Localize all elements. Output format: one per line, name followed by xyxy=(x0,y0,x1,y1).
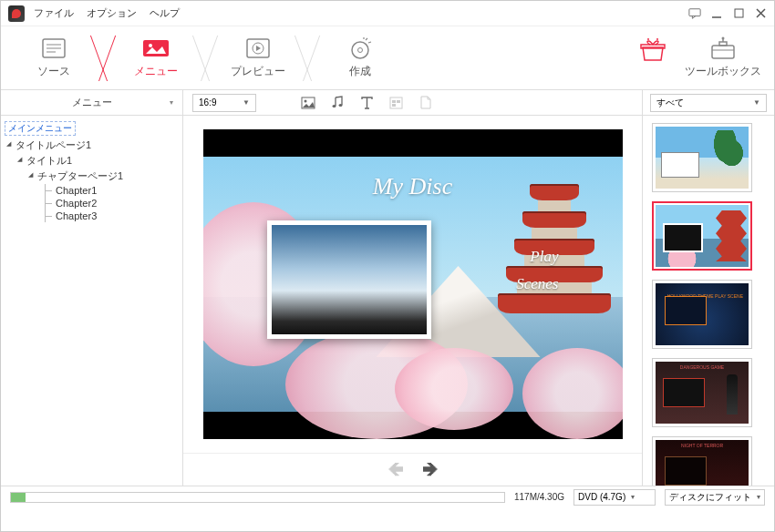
chevron-sep xyxy=(94,26,116,90)
svg-rect-7 xyxy=(143,40,169,56)
template-list[interactable]: HOLLYWOOD THEME PLAY SCENE DANGEROUS GAM… xyxy=(642,116,774,486)
toolbox-label: ツールボックス xyxy=(685,64,761,79)
tree-caption: メインメニュー xyxy=(5,121,76,136)
disc-title-text[interactable]: My Disc xyxy=(373,173,452,200)
play-button-text[interactable]: Play xyxy=(530,248,558,266)
template-item[interactable] xyxy=(652,123,752,192)
chapter-tool-icon[interactable] xyxy=(388,95,404,111)
page-tool-icon[interactable] xyxy=(417,95,433,111)
chevron-down-icon: ▼ xyxy=(753,98,760,107)
svg-rect-25 xyxy=(390,97,402,108)
menu-bar: ファイル オプション ヘルプ xyxy=(34,6,180,20)
disc-usage-text: 117M/4.30G xyxy=(514,492,564,502)
gift-icon xyxy=(639,36,666,62)
svg-point-22 xyxy=(305,99,307,102)
svg-point-12 xyxy=(358,48,363,53)
svg-rect-16 xyxy=(712,46,734,58)
status-bar: 117M/4.30G DVD (4.7G) ディスクにフィット xyxy=(1,486,774,507)
tree-chapter[interactable]: Chapter2 xyxy=(37,197,179,210)
scenes-button-text[interactable]: Scenes xyxy=(516,275,558,293)
minimize-button[interactable] xyxy=(710,7,723,20)
template-filter-value: すべて xyxy=(656,97,684,109)
step-source-label: ソース xyxy=(37,64,70,79)
step-create[interactable]: 作成 xyxy=(320,26,400,90)
template-filter-select[interactable]: すべて ▼ xyxy=(650,94,767,112)
disc-usage-bar xyxy=(10,492,505,503)
chevron-down-icon: ▼ xyxy=(243,98,250,107)
main-toolbar: ソース メニュー プレビュー 作成 ツールボックス xyxy=(1,26,774,90)
toolbox-icon xyxy=(709,36,737,60)
template-item[interactable]: HOLLYWOOD THEME PLAY SCENE xyxy=(652,280,752,349)
svg-point-23 xyxy=(333,105,336,107)
svg-rect-27 xyxy=(397,100,400,103)
svg-rect-26 xyxy=(392,100,396,103)
aspect-ratio-select[interactable]: 16:9 ▼ xyxy=(192,94,256,112)
tree-chapter-page[interactable]: チャプターページ1 xyxy=(26,169,179,184)
app-icon xyxy=(8,5,25,22)
step-preview-label: プレビュー xyxy=(231,64,285,79)
menu-tree-pane: メインメニュー タイトルページ1 タイトル1 チャプターページ1 Chapter… xyxy=(1,116,183,486)
svg-point-11 xyxy=(352,42,368,58)
svg-rect-18 xyxy=(719,42,727,46)
tree-chapter[interactable]: Chapter3 xyxy=(37,210,179,222)
disc-type-value: DVD (4.7G) xyxy=(578,492,625,502)
svg-point-24 xyxy=(339,104,343,107)
next-page-arrow[interactable]: 🡺 xyxy=(422,460,439,479)
tree-header-label: メニュー xyxy=(72,96,112,109)
template-item[interactable]: DANGEROUS GAME xyxy=(652,358,752,427)
create-icon xyxy=(346,36,374,60)
main-area: メインメニュー タイトルページ1 タイトル1 チャプターページ1 Chapter… xyxy=(1,116,774,486)
step-create-label: 作成 xyxy=(349,64,371,79)
chevron-sep xyxy=(298,26,320,90)
maximize-button[interactable] xyxy=(732,7,745,20)
disc-type-select[interactable]: DVD (4.7G) xyxy=(574,489,656,506)
svg-rect-13 xyxy=(641,45,665,48)
close-button[interactable] xyxy=(754,7,767,20)
sub-toolbar: メニュー 16:9 ▼ すべて ▼ xyxy=(1,90,774,116)
tree-chapter[interactable]: Chapter1 xyxy=(37,184,179,197)
bg-blossom xyxy=(522,348,623,439)
svg-rect-2 xyxy=(735,9,743,17)
fit-mode-value: ディスクにフィット xyxy=(669,491,751,504)
svg-point-20 xyxy=(722,37,725,40)
tree-header-dropdown[interactable]: メニュー xyxy=(1,90,183,115)
svg-rect-0 xyxy=(689,8,700,15)
fit-mode-select[interactable]: ディスクにフィット xyxy=(665,489,765,506)
svg-point-15 xyxy=(656,38,658,40)
gift-button[interactable] xyxy=(639,36,666,79)
step-preview[interactable]: プレビュー xyxy=(218,26,298,90)
menu-help[interactable]: ヘルプ xyxy=(150,6,180,20)
menu-icon xyxy=(142,36,170,60)
svg-point-14 xyxy=(647,38,649,40)
tree-title[interactable]: タイトル1 xyxy=(16,153,179,169)
text-tool-icon[interactable] xyxy=(358,95,375,111)
preview-icon xyxy=(244,36,272,60)
feedback-icon[interactable] xyxy=(688,7,701,20)
menu-canvas[interactable]: My Disc Play Scenes xyxy=(203,129,623,439)
bg-blossom xyxy=(395,348,513,430)
svg-rect-28 xyxy=(392,104,396,107)
titlebar: ファイル オプション ヘルプ xyxy=(1,1,774,26)
step-source[interactable]: ソース xyxy=(14,26,94,90)
menu-file[interactable]: ファイル xyxy=(34,6,74,20)
template-item[interactable] xyxy=(652,201,752,271)
toolbox-button[interactable]: ツールボックス xyxy=(685,36,761,79)
image-tool-icon[interactable] xyxy=(300,95,316,111)
step-menu-label: メニュー xyxy=(134,64,178,79)
source-icon xyxy=(40,36,67,60)
music-tool-icon[interactable] xyxy=(329,95,346,111)
chevron-sep xyxy=(196,26,218,90)
prev-page-arrow[interactable]: 🡸 xyxy=(388,460,404,479)
video-thumbnail[interactable] xyxy=(267,220,431,339)
preview-pane: My Disc Play Scenes 🡸 🡺 xyxy=(183,116,642,486)
svg-point-8 xyxy=(149,44,152,47)
disc-usage-fill xyxy=(11,493,26,502)
tree-title-page[interactable]: タイトルページ1 xyxy=(5,138,179,153)
template-item[interactable]: NIGHT OF TERROR xyxy=(652,436,752,486)
step-menu[interactable]: メニュー xyxy=(116,26,196,90)
page-nav: 🡸 🡺 xyxy=(183,453,642,486)
menu-option[interactable]: オプション xyxy=(87,6,137,20)
aspect-ratio-value: 16:9 xyxy=(199,97,216,107)
